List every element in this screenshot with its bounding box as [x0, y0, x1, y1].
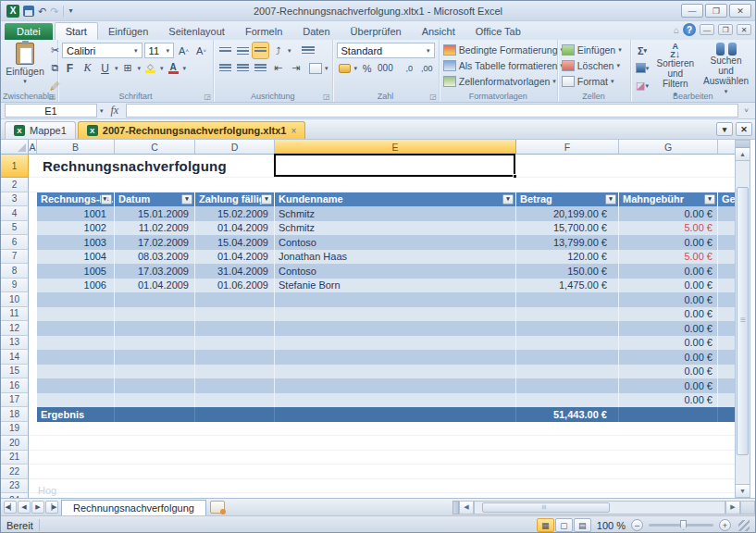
- cell-faellig-5[interactable]: 01.04.2009: [195, 221, 275, 236]
- column-header-E[interactable]: E: [275, 140, 516, 155]
- cell-kunde-15[interactable]: [275, 365, 516, 379]
- total-betrag-cell[interactable]: 51,443.00 €: [516, 407, 619, 422]
- grow-font-icon[interactable]: A˄: [176, 43, 192, 58]
- minimize-button[interactable]: —: [681, 4, 703, 18]
- decrease-decimal-icon[interactable]: ,00: [419, 60, 435, 76]
- cell-gez-13[interactable]: [718, 336, 737, 351]
- cell-nr-8[interactable]: 1005: [37, 264, 115, 279]
- cell-A6[interactable]: [29, 235, 37, 250]
- row-header-22[interactable]: 22: [1, 465, 29, 479]
- cell-mahngebuehr-10[interactable]: 0.00 €: [619, 292, 718, 307]
- cell-gez-14[interactable]: [718, 350, 737, 365]
- doc-close-button[interactable]: ✕: [737, 24, 751, 35]
- tab-office-tab[interactable]: Office Tab: [465, 23, 531, 40]
- cell-datum-8[interactable]: 17.03.2009: [115, 264, 195, 279]
- cell-G1[interactable]: [619, 155, 737, 178]
- cell-kunde-11[interactable]: [275, 307, 516, 322]
- empty-row-24[interactable]: [29, 493, 737, 499]
- cell-A10[interactable]: [29, 292, 37, 307]
- row-header-16[interactable]: 16: [1, 378, 29, 393]
- cell-A16[interactable]: [29, 378, 37, 393]
- column-header-partial[interactable]: [718, 140, 737, 155]
- cell-A8[interactable]: [29, 264, 37, 279]
- first-sheet-icon[interactable]: ◀▏: [4, 501, 17, 514]
- accounting-format-icon[interactable]: [337, 60, 353, 76]
- row-header-5[interactable]: 5: [1, 221, 29, 236]
- table-header-mahngeb-hr[interactable]: Mahngebühr▾: [619, 192, 718, 207]
- empty-row-23[interactable]: [29, 479, 737, 494]
- cell-A1[interactable]: [29, 155, 37, 178]
- align-right-icon[interactable]: [253, 60, 268, 76]
- doc-tabs-close-icon[interactable]: ✕: [736, 122, 752, 136]
- cell-kunde-16[interactable]: [275, 378, 516, 393]
- cell-A14[interactable]: [29, 350, 37, 365]
- empty-row-21[interactable]: [29, 451, 737, 465]
- total-g18[interactable]: [619, 407, 718, 422]
- cell-nr-13[interactable]: [37, 336, 115, 351]
- cell-gez-8[interactable]: [718, 264, 737, 279]
- row-header-7[interactable]: 7: [1, 250, 29, 265]
- filter-dropdown-icon[interactable]: ▾: [704, 194, 715, 205]
- cell-faellig-6[interactable]: 15.04.2009: [195, 235, 275, 250]
- help-icon[interactable]: ?: [683, 23, 696, 36]
- align-center-icon[interactable]: [235, 60, 251, 76]
- cell-mahngebuehr-17[interactable]: 0.00 €: [619, 393, 718, 408]
- cell-mahngebuehr-13[interactable]: 0.00 €: [619, 336, 718, 351]
- cell-datum-16[interactable]: [115, 378, 195, 393]
- zoom-in-icon[interactable]: +: [719, 519, 731, 531]
- cell-kunde-10[interactable]: [275, 292, 516, 307]
- cell-betrag-7[interactable]: 120.00 €: [516, 250, 619, 265]
- cell-mahngebuehr-5[interactable]: 5.00 €: [619, 221, 718, 236]
- paste-button[interactable]: Einfügen ▾: [5, 43, 45, 85]
- scroll-down-icon[interactable]: ▼: [736, 484, 750, 497]
- cell-mahngebuehr-6[interactable]: 0.00 €: [619, 235, 718, 250]
- merge-center-icon[interactable]: [307, 60, 323, 76]
- table-header-rechnungs-nr-[interactable]: Rechnungs-Nr.▾↓: [37, 192, 115, 207]
- row-header-8[interactable]: 8: [1, 264, 29, 279]
- table-header-datum[interactable]: Datum▾: [115, 192, 195, 207]
- total-label-cell[interactable]: Ergebnis: [37, 407, 115, 422]
- row-header-18[interactable]: 18: [1, 407, 29, 422]
- cell-gez-6[interactable]: [718, 235, 737, 250]
- cell-nr-12[interactable]: [37, 321, 115, 336]
- cell-nr-11[interactable]: [37, 307, 115, 322]
- scroll-right-icon[interactable]: ▶: [725, 501, 740, 514]
- cell-gez-11[interactable]: [718, 307, 737, 322]
- table-header-zahlung-f-llig[interactable]: Zahlung fällig▾: [195, 192, 275, 207]
- row-header-23[interactable]: 23: [1, 479, 29, 494]
- cell-kunde-7[interactable]: Jonathan Haas: [275, 250, 516, 265]
- conditional-formatting-button[interactable]: Bedingte Formatierung▾: [443, 43, 564, 56]
- cell-A13[interactable]: [29, 336, 37, 351]
- row-header-14[interactable]: 14: [1, 350, 29, 365]
- zoom-slider[interactable]: [649, 524, 713, 527]
- select-all-corner[interactable]: [1, 140, 29, 155]
- cell-A5[interactable]: [29, 221, 37, 236]
- align-top-icon[interactable]: [217, 43, 233, 58]
- row-header-1[interactable]: 1: [1, 155, 29, 178]
- percent-icon[interactable]: %: [359, 60, 375, 76]
- cell-datum-4[interactable]: 15.01.2009: [115, 206, 195, 221]
- cell-nr-10[interactable]: [37, 292, 115, 307]
- cell-mahngebuehr-14[interactable]: 0.00 €: [619, 350, 718, 365]
- cell-datum-10[interactable]: [115, 292, 195, 307]
- doc-tab-rechnungsnachverfolgung[interactable]: X 2007-Rechnungsnachverfolgung.xltx1 ×: [78, 121, 306, 139]
- cell-A9[interactable]: [29, 279, 37, 293]
- paste-dropdown-icon[interactable]: ▾: [23, 78, 27, 85]
- vertical-scrollbar[interactable]: ▲ ▼: [735, 140, 750, 498]
- cell-nr-15[interactable]: [37, 365, 115, 379]
- cell-datum-15[interactable]: [115, 365, 195, 379]
- tab-formeln[interactable]: Formeln: [235, 23, 292, 40]
- tab-ueberpruefen[interactable]: Überprüfen: [341, 23, 412, 40]
- cell-A12[interactable]: [29, 321, 37, 336]
- cell-datum-7[interactable]: 08.03.2009: [115, 250, 195, 265]
- cell-betrag-17[interactable]: [516, 393, 619, 408]
- table-header-kundenname[interactable]: Kundenname▾: [275, 192, 516, 207]
- column-header-G[interactable]: G: [619, 140, 718, 155]
- filter-dropdown-icon[interactable]: ▾: [605, 194, 616, 205]
- row-header-2[interactable]: 2: [1, 178, 29, 192]
- cell-kunde-13[interactable]: [275, 336, 516, 351]
- cell-betrag-15[interactable]: [516, 365, 619, 379]
- cell-datum-9[interactable]: 01.04.2009: [115, 279, 195, 293]
- doc-tab-mappe1[interactable]: X Mappe1: [5, 121, 76, 139]
- sort-filter-button[interactable]: AZ↓ Sortieren und Filtern▾: [654, 43, 698, 99]
